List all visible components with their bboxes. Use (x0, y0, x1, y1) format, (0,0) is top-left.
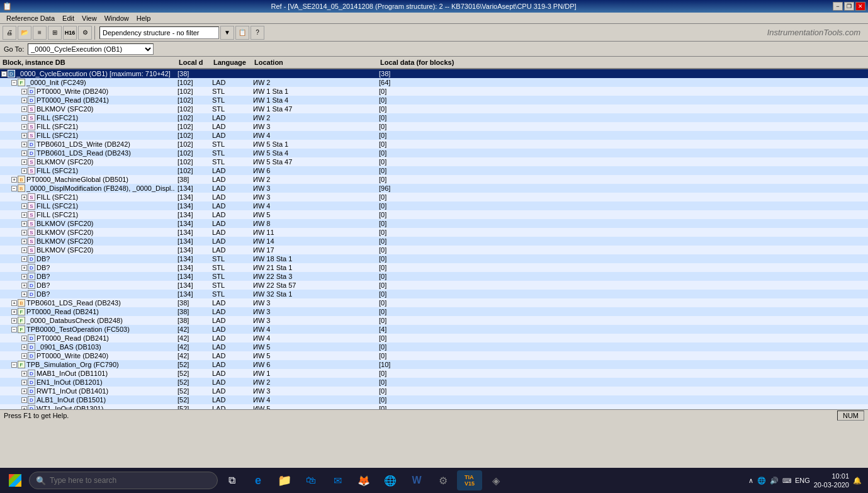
table-row[interactable]: +DDB?[134]STLИW 21 Sta 1[0] (0, 263, 868, 272)
dependency-filter-input[interactable] (99, 26, 219, 39)
table-row[interactable]: +DPT0000_Read (DB241)[102]STLИW 1 Sta 4[… (0, 96, 868, 105)
browser2-button[interactable]: 🦊 (351, 470, 376, 490)
table-row[interactable]: +SFILL (SFC21)[102]LADИW 4[0] (0, 131, 868, 140)
expand-icon[interactable]: + (21, 247, 27, 253)
table-row[interactable]: +DALB1_InOut (DB1501)[52]LADИW 4[0] (0, 395, 868, 404)
expand-icon[interactable]: + (21, 195, 27, 200)
menu-view[interactable]: View (78, 13, 101, 23)
config-button[interactable]: ⚙ (78, 26, 92, 40)
search-bar[interactable]: 🔍 (29, 472, 218, 489)
expand-icon[interactable]: + (21, 89, 27, 94)
expand-icon[interactable]: + (21, 98, 27, 103)
expand-icon[interactable]: + (21, 239, 27, 244)
expand-icon[interactable]: + (21, 274, 27, 280)
table-row[interactable]: +DPT0000_Write (DB240)[102]STLИW 1 Sta 1… (0, 87, 868, 96)
collapse-icon[interactable]: − (11, 362, 17, 368)
table-row[interactable]: +DWT1_InOut (DB1301)[52]LADИW 5[0] (0, 404, 868, 409)
expand-icon[interactable]: + (21, 106, 27, 112)
expand-icon[interactable]: + (21, 371, 27, 377)
expand-icon[interactable]: + (21, 336, 27, 341)
table-row[interactable]: +D_0901_BAS (DB103)[42]LADИW 5[0] (0, 343, 868, 351)
tray-expand[interactable]: ∧ (748, 477, 753, 485)
close-button[interactable]: ✕ (855, 2, 865, 11)
tia-button[interactable]: TIAV15 (457, 470, 482, 490)
table-row[interactable]: +SFILL (SFC21)[102]LADИW 6[0] (0, 166, 868, 175)
tool2-button[interactable]: ◈ (483, 470, 509, 490)
expand-icon[interactable]: + (21, 388, 27, 394)
table-row[interactable]: +SFILL (SFC21)[134]LADИW 3[0] (0, 193, 868, 201)
table-row[interactable]: +SBLKMOV (SFC20)[102]STLИW 1 Sta 47[0] (0, 105, 868, 113)
expand-icon[interactable]: + (21, 256, 27, 262)
restore-button[interactable]: ❐ (844, 2, 854, 11)
table-row[interactable]: +DDB?[134]STLИW 32 Sta 1[0] (0, 290, 868, 298)
help-button[interactable]: ? (251, 26, 264, 40)
table-row[interactable]: +DPT0000_Read (DB241)[42]LADИW 4[0] (0, 334, 868, 343)
open-button[interactable]: 📂 (18, 26, 31, 40)
expand-icon[interactable]: + (21, 124, 27, 130)
notification-icon[interactable]: 🔔 (853, 477, 862, 485)
expand-icon[interactable]: + (21, 344, 27, 350)
table-row[interactable]: +DDB?[134]STLИW 22 Sta 57[0] (0, 281, 868, 290)
table-row[interactable]: +DRWT1_InOut (DB1401)[52]LADИW 3[0] (0, 387, 868, 395)
expand-icon[interactable]: + (21, 265, 27, 271)
expand-icon[interactable]: + (21, 159, 27, 165)
collapse-icon[interactable]: − (1, 71, 7, 77)
expand-icon[interactable]: + (21, 283, 27, 288)
hex-button[interactable]: H16 (63, 26, 77, 40)
expand-icon[interactable]: + (21, 212, 27, 218)
table-row[interactable]: +BTPB0601_LDS_Read (DB243)[38]LADИW 3[0] (0, 298, 868, 307)
collapse-icon[interactable]: − (11, 186, 17, 191)
table-row[interactable]: +SBLKMOV (SFC20)[134]LADИW 17[0] (0, 246, 868, 254)
search-input[interactable] (50, 476, 211, 485)
menu-reference-data[interactable]: Reference Data (3, 13, 59, 23)
table-row[interactable]: +SFILL (SFC21)[102]LADИW 3[0] (0, 122, 868, 131)
expand-icon[interactable]: + (11, 177, 17, 183)
expand-icon[interactable]: + (21, 142, 27, 147)
table-row[interactable]: +SFILL (SFC21)[102]LADИW 2[0] (0, 113, 868, 122)
file-explorer-button[interactable]: 📁 (272, 470, 297, 490)
table-row[interactable]: −FTPB0000_TestOperation (FC503)[42]LADИW… (0, 325, 868, 334)
grid-button[interactable]: ⊞ (48, 26, 62, 40)
taskview-button[interactable]: ⧉ (219, 470, 244, 490)
goto-select[interactable]: _0000_CycleExecution (OB1) (28, 43, 154, 55)
expand-icon[interactable]: + (21, 115, 27, 121)
expand-icon[interactable]: + (21, 203, 27, 209)
table-row[interactable]: +DTPB0601_LDS_Write (DB242)[102]STLИW 5 … (0, 140, 868, 149)
expand-icon[interactable]: + (21, 230, 27, 235)
list-button[interactable]: ≡ (33, 26, 47, 40)
tool1-button[interactable]: ⚙ (431, 470, 456, 490)
collapse-icon[interactable]: − (11, 80, 17, 86)
expand-icon[interactable]: + (21, 292, 27, 297)
menu-help[interactable]: Help (133, 13, 155, 23)
expand-icon[interactable]: + (11, 300, 17, 306)
start-button[interactable] (3, 470, 28, 490)
table-row[interactable]: +SBLKMOV (SFC20)[134]LADИW 14[0] (0, 237, 868, 246)
table-row[interactable]: +SBLKMOV (SFC20)[134]LADИW 11[0] (0, 228, 868, 237)
filter-apply-button[interactable]: ▼ (220, 26, 234, 40)
expand-icon[interactable]: + (21, 380, 27, 385)
expand-icon[interactable]: + (11, 309, 17, 315)
table-row[interactable]: +SBLKMOV (SFC20)[102]STLИW 5 Sta 47[0] (0, 157, 868, 166)
table-row[interactable]: +DDB?[134]STLИW 22 Sta 3[0] (0, 272, 868, 281)
table-row[interactable]: +DEN1_InOut (DB1201)[52]LADИW 2[0] (0, 378, 868, 387)
menu-edit[interactable]: Edit (59, 13, 78, 23)
table-row[interactable]: +SBLKMOV (SFC20)[134]LADИW 8[0] (0, 219, 868, 228)
expand-icon[interactable]: + (21, 168, 27, 174)
expand-icon[interactable]: + (21, 406, 27, 410)
table-row[interactable]: +DPT0000_Write (DB240)[42]LADИW 5[0] (0, 351, 868, 360)
collapse-icon[interactable]: − (11, 327, 17, 332)
minimize-button[interactable]: − (833, 2, 843, 11)
menu-window[interactable]: Window (101, 13, 133, 23)
word-button[interactable]: W (404, 470, 429, 490)
expand-icon[interactable]: + (21, 133, 27, 139)
table-row[interactable]: −D_0000_CycleExecution (OB1) [maximum: 7… (0, 69, 868, 78)
table-row[interactable]: +SFILL (SFC21)[134]LADИW 4[0] (0, 201, 868, 210)
edge-button[interactable]: e (245, 470, 271, 490)
table-area[interactable]: −D_0000_CycleExecution (OB1) [maximum: 7… (0, 69, 868, 409)
mail-button[interactable]: ✉ (325, 470, 350, 490)
table-row[interactable]: +F_0000_DatabusCheck (DB248)[38]LADИW 3[… (0, 316, 868, 325)
expand-icon[interactable]: + (11, 318, 17, 324)
table-row[interactable]: +DDB?[134]STLИW 18 Sta 1[0] (0, 254, 868, 263)
table-row[interactable]: +DTPB0601_LDS_Read (DB243)[102]STLИW 5 S… (0, 149, 868, 157)
expand-icon[interactable]: + (21, 397, 27, 403)
